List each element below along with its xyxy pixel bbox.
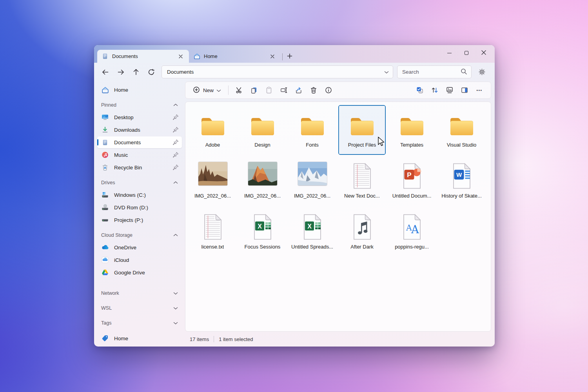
file-name: poppins-regu...: [395, 244, 429, 250]
minimize-button[interactable]: [441, 45, 458, 61]
file-tile-fonts[interactable]: Fonts: [289, 105, 336, 155]
chevron-up-icon[interactable]: [173, 180, 178, 185]
tab-close-icon[interactable]: [176, 52, 185, 61]
svg-text:X: X: [258, 223, 262, 230]
section-title: Drives: [101, 180, 173, 185]
paste-button[interactable]: [261, 83, 276, 97]
cut-button[interactable]: [232, 83, 247, 97]
refresh-button[interactable]: [144, 65, 158, 79]
sidebar-item-home[interactable]: Home: [97, 84, 182, 96]
more-options-button[interactable]: •••: [472, 83, 487, 97]
copy-button[interactable]: [247, 83, 261, 97]
tab-label: Documents: [112, 53, 173, 59]
audio-file-icon: [339, 207, 385, 241]
sidebar-item-label: OneDrive: [114, 245, 179, 250]
sidebar-item-google-drive[interactable]: Google Drive: [97, 267, 182, 278]
pin-icon: [172, 164, 179, 171]
rename-button[interactable]: [276, 83, 291, 97]
sidebar-item-label: DVD Rom (D:): [114, 205, 179, 211]
file-tile-history-of-skate[interactable]: W History of Skate...: [438, 156, 485, 206]
file-tile-templates[interactable]: Templates: [388, 105, 436, 155]
sidebar-item-label: Recycle Bin: [114, 165, 167, 171]
tab-home[interactable]: Home: [189, 50, 281, 63]
svg-text:P: P: [407, 171, 411, 179]
share-button[interactable]: [291, 83, 306, 97]
view-button[interactable]: [442, 83, 457, 97]
sidebar-item-windows-c[interactable]: Windows (C:): [97, 189, 182, 201]
sidebar-item-downloads[interactable]: Downloads: [97, 124, 182, 136]
selection-count: 1 item selected: [219, 336, 253, 342]
sidebar-section-drives[interactable]: Drives: [94, 177, 185, 189]
sidebar-section-network[interactable]: Network: [94, 287, 185, 299]
file-tile-focus-sessions[interactable]: X Focus Sessions: [239, 207, 286, 257]
file-tile-poppins-regular[interactable]: AA poppins-regu...: [388, 207, 436, 257]
desktop-icon: [101, 114, 109, 121]
chevron-down-icon[interactable]: [173, 305, 178, 311]
pin-icon: [172, 114, 179, 120]
more-icon: •••: [476, 88, 482, 93]
sidebar-item-recycle-bin[interactable]: Recycle Bin: [97, 162, 182, 173]
image-thumbnail: [198, 162, 227, 185]
sidebar-item-dvd-d[interactable]: DVD Rom (D:): [97, 201, 182, 213]
sidebar-section-cloud-storage[interactable]: Cloud Storage: [94, 229, 185, 241]
address-bar[interactable]: Documents: [162, 65, 393, 78]
chevron-up-icon[interactable]: [173, 232, 178, 238]
file-tile-img-1[interactable]: IMG_2022_06...: [189, 156, 236, 206]
file-tile-untitled-spreadsheet[interactable]: X Untitled Spreads...: [289, 207, 336, 257]
downloads-icon: [101, 126, 109, 133]
google-drive-icon: [101, 269, 109, 276]
section-title: Network: [101, 290, 173, 296]
sidebar-item-projects-p[interactable]: Projects (P:): [97, 214, 182, 226]
svg-text:X: X: [307, 223, 312, 230]
file-tile-visual-studio[interactable]: Visual Studio: [438, 105, 485, 155]
chevron-down-icon[interactable]: [173, 290, 178, 296]
details-pane-button[interactable]: [457, 83, 472, 97]
search-box[interactable]: [397, 65, 472, 78]
document-tab-icon: [102, 53, 109, 60]
file-tile-design[interactable]: Design: [239, 105, 286, 155]
chevron-up-icon[interactable]: [173, 102, 178, 108]
new-tab-button[interactable]: [284, 51, 295, 62]
tab-close-icon[interactable]: [268, 52, 277, 61]
pin-icon: [172, 139, 179, 145]
back-button[interactable]: [98, 65, 113, 79]
forward-button[interactable]: [113, 65, 128, 79]
chevron-down-icon[interactable]: [173, 320, 178, 326]
file-tile-new-text-doc[interactable]: New Text Doc...: [338, 156, 386, 206]
info-button[interactable]: [321, 83, 336, 97]
settings-button[interactable]: [475, 65, 489, 79]
sidebar-section-tags[interactable]: Tags: [94, 317, 185, 329]
file-tile-license-txt[interactable]: license.txt: [189, 207, 236, 257]
sidebar-item-icloud[interactable]: iCloud: [97, 254, 182, 266]
file-tile-project-files[interactable]: Project Files: [338, 105, 386, 155]
sort-button[interactable]: [427, 83, 442, 97]
close-button[interactable]: [475, 45, 492, 61]
sidebar-item-music[interactable]: Music: [97, 149, 182, 161]
new-button-label: New: [203, 87, 214, 93]
file-tile-untitled-document[interactable]: P Untitled Docum...: [388, 156, 436, 206]
sidebar-item-documents[interactable]: Documents: [97, 136, 182, 148]
file-name: Design: [254, 142, 270, 148]
new-button[interactable]: New: [189, 83, 225, 97]
tab-documents[interactable]: Documents: [97, 50, 189, 63]
file-tile-after-dark[interactable]: After Dark: [338, 207, 386, 257]
file-tile-img-3[interactable]: IMG_2022_06...: [289, 156, 336, 206]
maximize-button[interactable]: [458, 45, 475, 61]
file-name: Untitled Docum...: [392, 193, 432, 199]
minimize-icon: [447, 53, 452, 53]
select-all-button[interactable]: [412, 83, 427, 97]
sidebar-section-wsl[interactable]: WSL: [94, 302, 185, 314]
up-button[interactable]: [129, 65, 143, 79]
delete-button[interactable]: [306, 83, 321, 97]
search-input[interactable]: [402, 69, 460, 75]
sidebar-item-tag-home[interactable]: Home: [97, 332, 182, 344]
chevron-down-icon[interactable]: [384, 69, 389, 75]
sidebar-item-desktop[interactable]: Desktop: [97, 111, 182, 123]
folder-icon: [189, 105, 236, 139]
sidebar-item-onedrive[interactable]: OneDrive: [97, 241, 182, 253]
file-tile-adobe[interactable]: Adobe: [189, 105, 236, 155]
sidebar-section-pinned[interactable]: Pinned: [94, 99, 185, 111]
file-tile-img-2[interactable]: IMG_2022_06...: [239, 156, 286, 206]
text-file-icon: [189, 207, 236, 241]
dvd-drive-icon: [101, 204, 109, 211]
